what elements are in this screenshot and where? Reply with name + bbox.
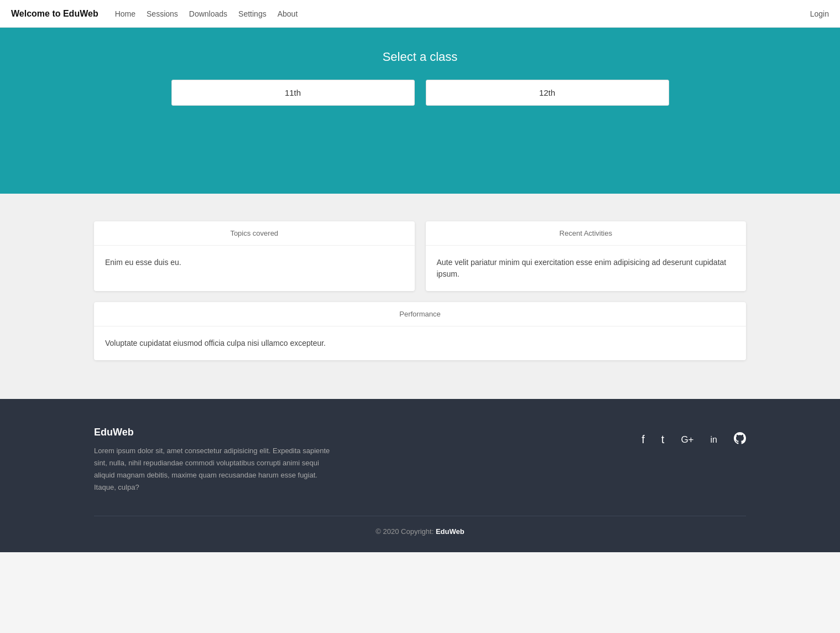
performance-card-header: Performance	[94, 302, 746, 326]
social-icons: f t G+ in	[641, 427, 746, 447]
facebook-icon[interactable]: f	[641, 433, 645, 446]
nav-link-settings[interactable]: Settings	[238, 9, 267, 18]
footer-description: Lorem ipsum dolor sit, amet consectetur …	[94, 445, 337, 494]
hero-section: Select a class 11th 12th	[0, 28, 840, 194]
navbar: Welcome to EduWeb Home Sessions Download…	[0, 0, 840, 28]
activities-card-header: Recent Activities	[426, 221, 747, 246]
footer-info: EduWeb Lorem ipsum dolor sit, amet conse…	[94, 427, 337, 494]
footer-copyright: © 2020 Copyright: EduWeb	[94, 516, 746, 536]
googleplus-icon[interactable]: G+	[681, 434, 693, 445]
performance-card: Performance Voluptate cupidatat eiusmod …	[94, 302, 746, 360]
activities-card: Recent Activities Aute velit pariatur mi…	[426, 221, 747, 291]
topics-card-header: Topics covered	[94, 221, 415, 246]
performance-card-body: Voluptate cupidatat eiusmod officia culp…	[94, 326, 746, 360]
activities-card-body: Aute velit pariatur minim qui exercitati…	[426, 246, 747, 291]
nav-link-home[interactable]: Home	[115, 9, 135, 18]
nav-item-sessions[interactable]: Sessions	[147, 9, 178, 19]
navbar-brand: Welcome to EduWeb	[11, 9, 98, 19]
nav-item-about[interactable]: About	[278, 9, 298, 19]
nav-link-downloads[interactable]: Downloads	[189, 9, 227, 18]
nav-link-sessions[interactable]: Sessions	[147, 9, 178, 18]
topics-card: Topics covered Enim eu esse duis eu.	[94, 221, 415, 291]
content-section: Topics covered Enim eu esse duis eu. Rec…	[0, 194, 840, 399]
nav-item-settings[interactable]: Settings	[238, 9, 267, 19]
nav-item-downloads[interactable]: Downloads	[189, 9, 227, 19]
linkedin-icon[interactable]: in	[711, 435, 717, 445]
twitter-icon[interactable]: t	[661, 433, 665, 446]
github-icon[interactable]	[734, 432, 746, 447]
hero-title: Select a class	[94, 50, 746, 64]
class-12-button[interactable]: 12th	[426, 80, 669, 106]
nav-link-about[interactable]: About	[278, 9, 298, 18]
footer: EduWeb Lorem ipsum dolor sit, amet conse…	[0, 399, 840, 552]
footer-top: EduWeb Lorem ipsum dolor sit, amet conse…	[94, 427, 746, 494]
cards-row-bottom: Performance Voluptate cupidatat eiusmod …	[94, 302, 746, 360]
topics-card-body: Enim eu esse duis eu.	[94, 246, 415, 279]
copyright-text: © 2020 Copyright:	[375, 527, 436, 536]
navbar-nav: Home Sessions Downloads Settings About	[115, 9, 810, 19]
class-11-button[interactable]: 11th	[171, 80, 415, 106]
footer-brand: EduWeb	[94, 427, 337, 438]
nav-item-home[interactable]: Home	[115, 9, 135, 19]
class-buttons-container: 11th 12th	[94, 80, 746, 106]
cards-row-top: Topics covered Enim eu esse duis eu. Rec…	[94, 221, 746, 291]
copyright-brand: EduWeb	[436, 527, 465, 536]
login-button[interactable]: Login	[810, 9, 829, 18]
